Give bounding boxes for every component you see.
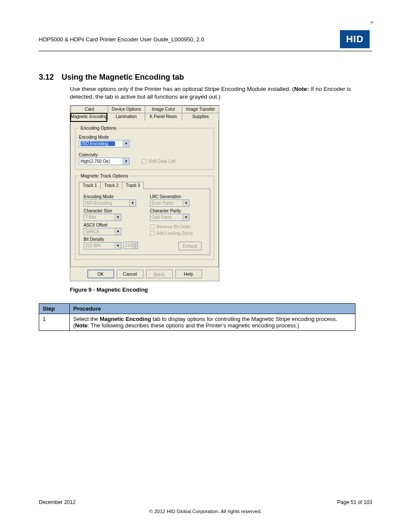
magnetic-track-options-group: Magnetic Track Options Track 1 Track 2 T… bbox=[75, 173, 214, 260]
chevron-down-icon: ▼ bbox=[115, 214, 121, 221]
help-button[interactable]: Help bbox=[175, 270, 202, 278]
ascii-offset-combo: SPACE ▼ bbox=[84, 228, 121, 235]
chevron-down-icon: ▼ bbox=[123, 140, 129, 147]
tab-device-options[interactable]: Device Options bbox=[108, 106, 145, 113]
hid-logo: HID bbox=[340, 30, 370, 48]
tab-lamination[interactable]: Lamination bbox=[107, 113, 145, 121]
apply-button: Apply bbox=[146, 270, 173, 278]
character-size-label: Character Size bbox=[84, 208, 140, 213]
bit-density-spinner: 210 ▲▼ bbox=[123, 242, 138, 249]
lrc-generation-label: LRC Generation bbox=[150, 194, 202, 199]
steps-table: Step Procedure 1 Select the Magnetic Enc… bbox=[39, 303, 355, 331]
track-2-tab[interactable]: Track 2 bbox=[100, 182, 122, 189]
add-leading-zeros-checkbox: Add Leading Zeros bbox=[150, 231, 202, 236]
track-encoding-mode-combo: ISO Encoding ▼ bbox=[84, 199, 136, 207]
section-body: Use these options only if the Printer ha… bbox=[70, 85, 372, 101]
coercivity-label: Coercivity bbox=[79, 152, 210, 157]
apply-label-rest: pply bbox=[156, 271, 165, 277]
chevron-down-icon: ▼ bbox=[123, 158, 129, 165]
character-parity-combo: Odd Parity ▼ bbox=[150, 214, 190, 221]
tab-image-transfer[interactable]: Image Transfer bbox=[182, 106, 219, 113]
ok-button[interactable]: OK bbox=[87, 270, 114, 278]
encoding-options-group: Encoding Options Encoding Mode ISO Encod… bbox=[75, 125, 214, 170]
chevron-down-icon: ▼ bbox=[115, 228, 121, 235]
page-footer: December 2012 Page 51 of 103 © 2012 HID … bbox=[39, 499, 372, 514]
section-number: 3.12 bbox=[39, 73, 54, 82]
ascii-offset-label: ASCII Offset bbox=[84, 223, 140, 227]
spinner-up-icon: ▲ bbox=[132, 242, 137, 246]
footer-page-number: Page 51 of 103 bbox=[337, 499, 372, 505]
lrc-generation-combo: Even Parity ▼ bbox=[150, 199, 190, 207]
character-parity-label: Character Parity bbox=[150, 208, 202, 213]
shift-data-left-checkbox: Shift Data Left bbox=[142, 159, 175, 164]
encoding-mode-combo[interactable]: ISO Encoding ▼ bbox=[79, 140, 130, 147]
default-button: Default bbox=[178, 242, 202, 250]
footer-copyright: © 2012 HID Global Corporation. All right… bbox=[39, 509, 372, 514]
table-row: 1 Select the Magnetic Encoding tab to di… bbox=[39, 314, 355, 331]
tab-highlight-box bbox=[70, 113, 107, 122]
section-title: Using the Magnetic Encoding tab bbox=[62, 73, 184, 82]
footer-date: December 2012 bbox=[39, 499, 75, 505]
encoding-mode-label: Encoding Mode bbox=[79, 135, 210, 140]
tab-k-panel-resin[interactable]: K Panel Resin bbox=[145, 113, 182, 121]
tab-card[interactable]: Card bbox=[71, 106, 108, 113]
trademark-icon: ® bbox=[371, 21, 373, 39]
cancel-button[interactable]: Cancel bbox=[117, 270, 143, 278]
step-cell: 1 bbox=[39, 314, 70, 331]
track-encoding-mode-label: Encoding Mode bbox=[84, 194, 140, 199]
spinner-down-icon: ▼ bbox=[132, 246, 137, 249]
bit-density-combo: 210 BPI ▼ bbox=[84, 242, 121, 249]
doc-title: HDP5000 & HDPii Card Printer Encoder Use… bbox=[39, 36, 204, 43]
figure-caption: Figure 9 - Magnetic Encoding bbox=[70, 286, 372, 293]
chevron-down-icon: ▼ bbox=[183, 200, 189, 206]
chevron-down-icon: ▼ bbox=[183, 214, 189, 221]
magnetic-track-legend: Magnetic Track Options bbox=[79, 173, 130, 178]
procedure-cell: Select the Magnetic Encoding tab to disp… bbox=[70, 314, 355, 331]
chevron-down-icon: ▼ bbox=[129, 200, 136, 206]
col-header-step: Step bbox=[39, 304, 70, 314]
reverse-bit-order-checkbox: Reverse Bit Order bbox=[150, 224, 202, 229]
bit-density-label: Bit Density bbox=[84, 237, 140, 242]
coercivity-combo[interactable]: High(2,750 Oe) ▼ bbox=[79, 158, 130, 165]
tab-supplies[interactable]: Supplies bbox=[182, 113, 219, 121]
encoding-options-legend: Encoding Options bbox=[79, 125, 118, 131]
chevron-down-icon: ▼ bbox=[115, 243, 121, 249]
character-size-combo: 7 Bits ▼ bbox=[84, 214, 121, 221]
tab-image-color[interactable]: Image Color bbox=[145, 106, 182, 113]
magnetic-encoding-dialog: Card Device Options Image Color Image Tr… bbox=[70, 105, 219, 281]
track-1-tab[interactable]: Track 1 bbox=[79, 182, 101, 189]
track-3-tab[interactable]: Track 3 bbox=[122, 182, 144, 189]
col-header-procedure: Procedure bbox=[70, 304, 355, 314]
